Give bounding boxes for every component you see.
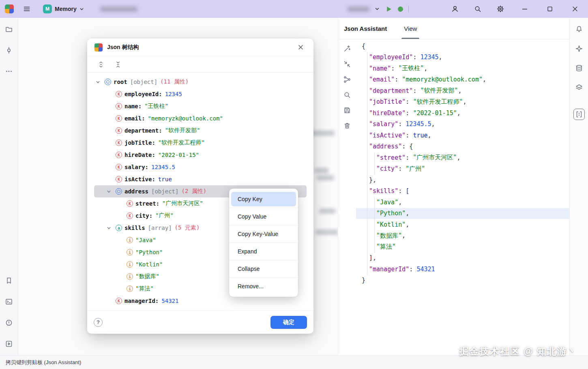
services-icon[interactable] — [3, 338, 15, 350]
beautify-icon[interactable] — [342, 43, 352, 54]
code-line[interactable]: "Python", — [356, 208, 569, 219]
folder-icon[interactable] — [3, 24, 15, 35]
commit-icon[interactable] — [3, 45, 15, 56]
key-type-icon: K — [116, 298, 122, 304]
code-line[interactable]: "Java", — [356, 197, 569, 208]
dialog-footer: ? 确定 — [87, 310, 313, 334]
code-line[interactable]: "hireDate": "2022-01-15", — [356, 107, 569, 119]
database-icon[interactable] — [573, 62, 585, 74]
tree-row-name[interactable]: Kname:"王铁柱" — [94, 100, 307, 112]
tree-row-employeeid[interactable]: KemployeeId:12345 — [94, 88, 307, 100]
indent-guide — [362, 219, 369, 230]
indent-guide — [362, 230, 369, 242]
terminal-icon[interactable] — [3, 296, 15, 307]
expander-chevron-icon[interactable] — [107, 226, 116, 230]
rerun-button[interactable] — [398, 6, 403, 12]
code-line[interactable]: "managerId": 54321 — [356, 264, 569, 275]
code-line[interactable]: "employeeId": 12345, — [356, 52, 569, 63]
delete-icon[interactable] — [342, 120, 352, 131]
problems-icon[interactable] — [3, 317, 15, 328]
tree-row-salary[interactable]: Ksalary:12345.5 — [94, 161, 307, 173]
blurred-text — [317, 175, 334, 180]
minimize-icon[interactable] — [519, 3, 530, 15]
minify-icon[interactable] — [342, 59, 352, 69]
code-line[interactable]: "salary": 12345.5, — [356, 119, 569, 130]
code-line[interactable]: "isActive": true, — [356, 130, 569, 141]
code-line[interactable]: ], — [356, 253, 569, 264]
code-line[interactable]: "street": "广州市天河区", — [356, 152, 569, 163]
indent-guide — [362, 152, 369, 163]
profile-icon[interactable] — [449, 3, 461, 15]
tab-view[interactable]: View — [402, 18, 418, 39]
menu-item-copy-value[interactable]: Copy Value — [229, 209, 298, 224]
tree-node-value: true — [158, 176, 172, 182]
project-name: Memory — [55, 6, 77, 12]
tree-row-isactive[interactable]: KisActive:true — [94, 173, 307, 185]
layers-icon[interactable] — [573, 82, 585, 93]
run-config-blurred[interactable] — [348, 6, 369, 12]
indent-guide — [362, 52, 369, 63]
vcs-widget-blurred[interactable] — [100, 6, 137, 12]
indent-guide — [362, 119, 369, 130]
code-line[interactable]: "address": { — [356, 141, 569, 152]
structure-icon[interactable] — [342, 74, 352, 85]
tree-node-value: "2022-01-15" — [158, 152, 199, 158]
menu-item-collapse[interactable]: Collapse — [229, 262, 298, 276]
maximize-icon[interactable] — [544, 3, 556, 15]
expander-chevron-icon[interactable] — [96, 80, 105, 84]
json-assistant-icon[interactable] — [573, 109, 585, 120]
code-line[interactable]: "数据库", — [356, 230, 569, 242]
tree-row-jobtitle[interactable]: KjobTitle:"软件开发工程师" — [94, 137, 307, 149]
menu-item-copy-key[interactable]: Copy Key — [231, 192, 296, 206]
plugin-logo-icon — [94, 43, 103, 51]
menu-item-remove[interactable]: Remove... — [229, 279, 298, 294]
search-icon[interactable] — [472, 3, 483, 15]
chevron-down-icon[interactable] — [375, 6, 380, 11]
dialog-close-icon[interactable] — [295, 42, 306, 53]
code-line[interactable]: "department": "软件开发部", — [356, 85, 569, 97]
code-line[interactable]: "name": "王铁柱", — [356, 63, 569, 74]
main-menu-icon[interactable] — [21, 3, 32, 15]
save-icon[interactable] — [342, 105, 352, 116]
code-line[interactable]: "jobTitle": "软件开发工程师", — [356, 97, 569, 108]
item-type-icon: i — [127, 273, 133, 280]
dialog-titlebar: Json 树结构 — [87, 39, 313, 56]
notifications-icon[interactable] — [573, 24, 585, 35]
indent-guide — [369, 241, 376, 253]
code-line[interactable]: "算法" — [356, 241, 569, 253]
tree-row-hiredate[interactable]: KhireDate:"2022-01-15" — [94, 149, 307, 161]
project-icon: M — [43, 4, 52, 13]
run-button[interactable] — [385, 5, 393, 13]
code-line[interactable]: "email": "memoryzk@outlook.com", — [356, 74, 569, 86]
indent-guide — [362, 130, 369, 141]
tree-node-label: email: — [124, 115, 145, 122]
help-button[interactable]: ? — [94, 318, 103, 327]
tree-node-label: salary: — [124, 164, 148, 170]
collapse-all-icon[interactable] — [112, 59, 124, 70]
menu-item-expand[interactable]: Expand — [229, 244, 298, 259]
code-line[interactable]: }, — [356, 174, 569, 186]
menu-item-copy-key-value[interactable]: Copy Key-Value — [229, 227, 298, 241]
tree-row-department[interactable]: Kdepartment:"软件开发部" — [94, 124, 307, 137]
close-icon[interactable] — [569, 3, 581, 15]
search-icon[interactable] — [342, 90, 352, 100]
expand-all-icon[interactable] — [95, 59, 107, 70]
ok-button[interactable]: 确定 — [270, 316, 307, 329]
tree-row-root[interactable]: root[object](11 属性) — [94, 76, 307, 88]
project-widget[interactable]: M Memory — [41, 3, 86, 15]
tree-node-label: isActive: — [124, 176, 155, 182]
code-line[interactable]: "Kotlin", — [356, 219, 569, 230]
ai-icon[interactable] — [573, 43, 585, 54]
tree-node-value: "Kotlin" — [135, 261, 163, 268]
settings-icon[interactable] — [495, 3, 506, 15]
code-line[interactable]: "city": "广州" — [356, 163, 569, 175]
tree-row-email[interactable]: Kemail:"memoryzk@outlook.com" — [94, 112, 307, 124]
expander-chevron-icon[interactable] — [107, 189, 116, 194]
bookmarks-icon[interactable] — [3, 275, 15, 286]
tree-node-type: [object] — [130, 79, 157, 85]
code-line[interactable]: { — [356, 41, 569, 52]
code-line[interactable]: "skills": [ — [356, 186, 569, 197]
code-line[interactable]: } — [356, 275, 569, 286]
json-code[interactable]: {"employeeId": 12345,"name": "王铁柱","emai… — [356, 39, 569, 355]
more-icon[interactable] — [3, 66, 15, 77]
